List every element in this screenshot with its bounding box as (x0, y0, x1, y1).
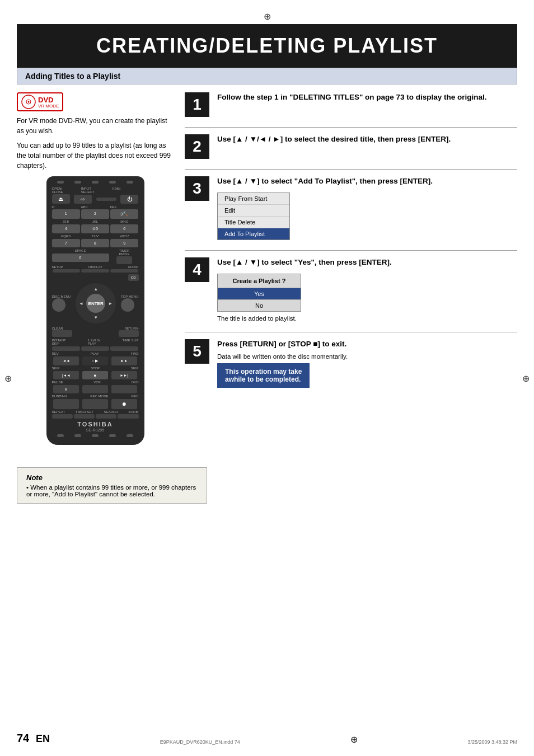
step-3: 3 Use [▲ / ▼] to select "Add To Playlist… (185, 176, 517, 240)
power-btn[interactable]: ⏻ (120, 195, 138, 204)
step-2-text: Use [▲ / ▼/◄ / ►] to select the desired … (217, 134, 517, 145)
step-divider-1 (185, 127, 517, 128)
step-divider-3 (185, 250, 517, 251)
remote-dot (92, 181, 99, 184)
search-btn[interactable] (96, 414, 116, 419)
menu-item-add-to-playlist[interactable]: Add To Playlist (218, 228, 289, 240)
btn-8[interactable]: 8 (81, 239, 109, 247)
create-playlist-title: Create a Playlist ? (218, 274, 301, 288)
stop-btn[interactable]: ■ (82, 371, 108, 379)
dvd-disc-icon (21, 95, 36, 109)
input-select-btn[interactable]: ⇨ (74, 195, 92, 204)
step-5-content: Press [RETURN] or [STOP ■] to exit. Data… (217, 339, 517, 388)
remote-transport-row1 (52, 346, 139, 351)
btn-9[interactable]: 9 (110, 239, 138, 247)
repeat-btn[interactable] (52, 414, 73, 419)
step-4-text: Use [▲ / ▼] to select "Yes", then press … (217, 257, 517, 268)
pause-btn[interactable]: ⏸ (53, 385, 79, 393)
timer-set-btn[interactable] (74, 414, 95, 419)
remote-control: OPEN/CLOSEINPUTSELECTHDMI ⏏ ⇨ ⏻ #/ ABCDE… (46, 176, 144, 445)
intro-paragraph-1: For VR mode DVD-RW, you can create the p… (17, 116, 174, 136)
zoom-btn[interactable] (118, 414, 138, 419)
timer-prog-btn[interactable] (116, 256, 132, 264)
remote-brand: TOSHIBA (52, 421, 139, 428)
main-title: CREATING/DELETING PLAYLIST (17, 24, 517, 68)
rec-mode-btn[interactable] (82, 399, 108, 409)
create-playlist-box: Create a Playlist ? Yes No (217, 274, 301, 312)
btn-2[interactable]: 2 (81, 209, 109, 219)
step-4-content: Use [▲ / ▼] to select "Yes", then press … (217, 257, 517, 322)
step-1-text: Follow the step 1 in "DELETING TITLES" o… (217, 92, 517, 103)
fwd-btn[interactable]: ►► (111, 356, 137, 365)
open-close-btn[interactable]: ⏏ (52, 194, 70, 204)
btn-5[interactable]: ⊙5 (81, 224, 109, 233)
top-menu-btn[interactable] (121, 298, 134, 312)
remote-wrapper: OPEN/CLOSEINPUTSELECTHDMI ⏏ ⇨ ⏻ #/ ABCDE… (17, 176, 174, 445)
create-playlist-yes[interactable]: Yes (218, 288, 301, 300)
footer: 74 EN E9PKAUD_DVR620KU_EN.indd 74 ⊕ 3/25… (17, 732, 517, 745)
play-speed-btn[interactable] (81, 346, 109, 351)
nav-left-arrow[interactable]: ◄ (79, 301, 83, 306)
vcr-btn[interactable] (82, 385, 108, 393)
remote-dot (127, 434, 133, 437)
rec-btn[interactable]: ⏺ (111, 399, 137, 409)
step-3-content: Use [▲ / ▼] to select "Add To Playlist",… (217, 176, 517, 240)
hdmi-btn[interactable] (96, 198, 116, 201)
create-playlist-no[interactable]: No (218, 300, 301, 311)
step-1: 1 Follow the step 1 in "DELETING TITLES"… (185, 92, 517, 117)
dvd-logo: DVD VR MODE (17, 92, 63, 111)
step-divider-4 (185, 332, 517, 332)
btn-0[interactable]: 0 (52, 253, 109, 262)
return-btn[interactable] (119, 330, 139, 337)
page-number-area: 74 EN (17, 732, 50, 745)
remote-dot (109, 434, 116, 437)
step-5: 5 Press [RETURN] or [STOP ■] to exit. Da… (185, 339, 517, 388)
setup-btn[interactable] (53, 269, 81, 273)
remote-dot (57, 181, 64, 184)
enter-btn[interactable]: ENTER (86, 294, 105, 313)
display-btn[interactable] (81, 269, 109, 273)
remote-row-top: ⏏ ⇨ ⏻ (52, 194, 139, 204)
dvd-btn[interactable] (111, 385, 137, 393)
menu-item-play-from-start[interactable]: Play From Start (218, 193, 289, 205)
play-btn[interactable]: ○ ▶ (82, 356, 108, 365)
btn-6[interactable]: 6 (110, 224, 138, 233)
remote-disc-menu-row: DISC MENU ▲ ▼ ◄ ► ENTER TOP MENU (52, 282, 139, 325)
left-crosshair: ⊕ (4, 373, 12, 383)
step-2: 2 Use [▲ / ▼/◄ / ►] to select the desire… (185, 134, 517, 159)
remote-dot (109, 181, 116, 184)
audio-btn[interactable] (110, 269, 138, 273)
rev-btn[interactable]: ◄◄ (53, 356, 79, 365)
btn-3[interactable]: 3🔨 (110, 209, 138, 219)
remote-rev-labels: REVPLAYFWD (52, 352, 139, 355)
step-1-number: 1 (185, 92, 209, 117)
skip-fwd-btn[interactable]: ►►| (111, 371, 137, 379)
menu-item-edit[interactable]: Edit (218, 205, 289, 217)
nav-down-arrow[interactable]: ▼ (93, 315, 98, 320)
lang-label: EN (36, 733, 50, 744)
skip-back-btn[interactable]: |◄◄ (53, 371, 79, 379)
footer-date: 3/25/2009 3:48:32 PM (467, 739, 517, 745)
remote-dub-labels: DUBBINGREC MODEREC (52, 395, 139, 398)
remote-last-labels: REPEATTIMER SETSEARCHZOOM (52, 410, 139, 414)
btn-7[interactable]: 7 (52, 239, 80, 247)
nav-right-arrow[interactable]: ► (108, 301, 113, 306)
btn-4[interactable]: 4 (52, 224, 80, 233)
nav-up-arrow[interactable]: ▲ (93, 287, 98, 292)
btn-1[interactable]: 1 (52, 209, 80, 219)
time-slip-btn[interactable] (110, 346, 138, 351)
section-header: Adding Titles to a Playlist (17, 68, 517, 84)
remote-clear-return: CLEAR RETURN (52, 327, 139, 337)
menu-item-title-delete[interactable]: Title Delete (218, 217, 289, 228)
step-4-note: The title is added to playlist. (217, 315, 517, 322)
instant-skip-btn[interactable] (52, 346, 80, 351)
step-5-text: Press [RETURN] or [STOP ■] to exit. (217, 339, 517, 350)
content-area: DVD VR MODE For VR mode DVD-RW, you can … (17, 92, 517, 445)
disc-menu-btn[interactable] (52, 298, 65, 312)
remote-pause-labels: PAUSEVCRDVD (52, 381, 139, 384)
dubbing-btn[interactable] (53, 399, 79, 409)
clear-btn[interactable] (52, 330, 72, 337)
cd-btn[interactable]: CD (128, 274, 139, 281)
remote-dot (74, 434, 81, 437)
remote-setup-row (52, 269, 139, 273)
